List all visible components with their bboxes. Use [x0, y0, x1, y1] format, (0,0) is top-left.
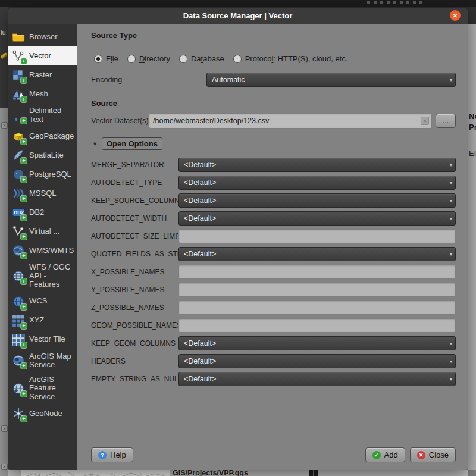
radio-directory[interactable]: Directory: [127, 54, 170, 63]
sidebar-item-vector-tile[interactable]: +Vector Tile: [8, 330, 77, 349]
sidebar-item-mesh[interactable]: +Mesh: [8, 84, 77, 104]
sidebar-item-label: WMS/WMTS: [29, 246, 74, 255]
select-value: <Default>: [184, 196, 216, 205]
sidebar-item-label: ArcGIS Feature Service: [29, 375, 74, 402]
add-layer-plus-icon: +: [21, 391, 27, 397]
add-button[interactable]: ✓ Add: [365, 447, 405, 462]
source-type-sidebar: Browser+Vector+Raster+Mesh,+Delimited Te…: [8, 24, 77, 470]
help-button[interactable]: ? Help: [91, 447, 133, 462]
dialog-titlebar[interactable]: Data Source Manager | Vector ✕: [8, 8, 468, 24]
add-layer-plus-icon: +: [21, 215, 27, 221]
browse-button[interactable]: ...: [436, 114, 456, 128]
collapse-triangle-icon[interactable]: ▼: [92, 141, 98, 147]
add-layer-plus-icon: +: [21, 253, 27, 259]
sidebar-item-postgresql[interactable]: +PostgreSQL: [8, 165, 77, 184]
geopackage-icon: +: [12, 130, 25, 143]
background-right-panel: Ne Pr EP: [468, 24, 476, 470]
option-row-headers: HEADERS<Default>▾: [91, 352, 456, 370]
add-layer-plus-icon: +: [21, 234, 27, 240]
sidebar-item-arcgis-map-service[interactable]: +ArcGIS Map Service: [8, 349, 77, 372]
sidebar-item-arcgis-feature-service[interactable]: +ArcGIS Feature Service: [8, 372, 77, 405]
sidebar-item-wfs-ogc-api-features[interactable]: +WFS / OGC API - Features: [8, 260, 77, 292]
radio-circle-icon: [94, 55, 102, 63]
add-layer-plus-icon: +: [21, 278, 27, 284]
geom-possible-names-input[interactable]: [178, 318, 456, 333]
keep-source-columns-select[interactable]: <Default>▾: [178, 193, 456, 208]
option-row-empty-string-as-null: EMPTY_STRING_AS_NULL<Default>▾: [91, 370, 456, 388]
autodetect-width-select[interactable]: <Default>▾: [178, 211, 456, 226]
statusbar-background: GIS/Projects/VPP.qgs: [8, 470, 468, 476]
postgresql-icon: +: [12, 168, 25, 181]
add-layer-plus-icon: +: [21, 342, 27, 348]
add-layer-plus-icon: +: [21, 118, 27, 124]
add-layer-plus-icon: +: [21, 96, 27, 102]
encoding-select[interactable]: Automatic ▾: [206, 73, 456, 87]
option-label: X_POSSIBLE_NAMES: [91, 268, 178, 276]
select-value: <Default>: [184, 250, 216, 258]
sidebar-item-wms-wmts[interactable]: +WMS/WMTS: [8, 241, 77, 260]
statusbar-icon: [309, 470, 318, 476]
source-header: Source: [91, 99, 456, 108]
sidebar-item-vector[interactable]: +Vector: [8, 46, 77, 65]
sidebar-item-wcs[interactable]: +WCS: [8, 292, 77, 311]
project-path-text: GIS/Projects/VPP.qgs: [173, 470, 248, 476]
option-row-autodetect-type: AUTODETECT_TYPE<Default>▾: [91, 174, 456, 192]
empty-string-as-null-select[interactable]: <Default>▾: [178, 372, 456, 386]
add-layer-plus-icon: +: [21, 363, 27, 369]
sidebar-item-db2[interactable]: DB2+DB2: [8, 203, 77, 222]
option-label: AUTODETECT_SIZE_LIMIT: [91, 232, 178, 240]
radio-file[interactable]: File: [94, 54, 118, 63]
db2-icon: DB2+: [12, 206, 25, 219]
quoted-fields-as-string-select[interactable]: <Default>▾: [178, 247, 456, 261]
vector-dataset-input[interactable]: /home/webmaster/Desktop/123.csv ✕: [149, 113, 432, 129]
sidebar-item-delimited-text[interactable]: ,+Delimited Text: [8, 104, 77, 127]
sidebar-item-raster[interactable]: +Raster: [8, 65, 77, 84]
autodetect-type-select[interactable]: <Default>▾: [178, 176, 456, 190]
sidebar-item-browser[interactable]: Browser: [8, 27, 77, 46]
sidebar-item-virtual[interactable]: +Virtual ...: [8, 222, 77, 241]
wms-globe-icon: +: [12, 244, 25, 257]
sidebar-item-xyz[interactable]: +XYZ: [8, 311, 77, 330]
radio-circle-icon: [179, 55, 187, 63]
merge-separator-select[interactable]: <Default>▾: [178, 158, 456, 172]
autodetect-size-limit-input[interactable]: [178, 229, 456, 243]
keep-geom-columns-select[interactable]: <Default>▾: [178, 336, 456, 350]
option-label: MERGE_SEPARATOR: [91, 161, 178, 169]
close-button[interactable]: ✕ Close: [410, 447, 456, 462]
add-layer-plus-icon: +: [21, 139, 27, 145]
sidebar-item-geonode[interactable]: +GeoNode: [8, 404, 77, 423]
x-possible-names-input[interactable]: [178, 265, 456, 279]
sidebar-item-mssql[interactable]: +MSSQL: [8, 184, 77, 203]
y-possible-names-input[interactable]: [178, 283, 456, 297]
radio-database[interactable]: Database: [179, 54, 224, 63]
add-button-label: Add: [384, 450, 398, 459]
add-layer-plus-icon: +: [21, 158, 27, 164]
sidebar-item-label: ArcGIS Map Service: [29, 352, 74, 369]
map-canvas-fragment: [21, 470, 170, 476]
wrench-icon: [0, 52, 7, 59]
select-value: <Default>: [184, 339, 216, 347]
headers-select[interactable]: <Default>▾: [178, 354, 456, 368]
select-value: <Default>: [184, 214, 216, 223]
z-possible-names-input[interactable]: [178, 300, 456, 315]
option-label: EMPTY_STRING_AS_NULL: [91, 375, 178, 383]
delimited-text-icon: ,+: [12, 109, 25, 122]
option-row-autodetect-width: AUTODETECT_WIDTH<Default>▾: [91, 209, 456, 227]
sidebar-item-geopackage[interactable]: +GeoPackage: [8, 127, 77, 146]
wfs-globe-icon: +: [12, 270, 25, 283]
dialog-close-icon[interactable]: ✕: [450, 10, 461, 21]
chevron-down-icon: ▾: [450, 252, 452, 257]
sidebar-item-label: WFS / OGC API - Features: [29, 263, 74, 289]
virtual-layer-icon: +: [12, 225, 25, 238]
vector-icon: +: [12, 49, 25, 62]
panel-close-icon: ✕: [1, 122, 8, 129]
option-label: KEEP_SOURCE_COLUMNS: [91, 196, 178, 205]
clear-input-icon[interactable]: ✕: [421, 117, 429, 125]
vector-dataset-value: /home/webmaster/Desktop/123.csv: [153, 117, 269, 125]
radio-protocol[interactable]: Protocol: HTTP(S), cloud, etc.: [233, 54, 348, 63]
sidebar-item-spatialite[interactable]: +SpatiaLite: [8, 146, 77, 165]
mssql-icon: +: [12, 187, 25, 200]
chevron-down-icon: ▾: [450, 341, 452, 346]
add-layer-plus-icon: +: [21, 196, 27, 202]
open-options-toggle[interactable]: Open Options: [102, 137, 162, 150]
